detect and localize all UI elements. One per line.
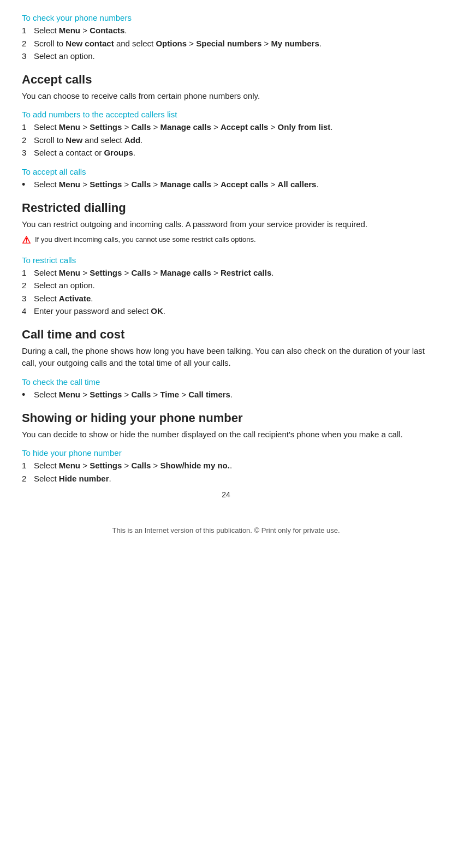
restricted-dialling-heading: Restricted dialling: [22, 201, 430, 215]
check-call-time-bullet: •Select Menu > Settings > Calls > Time >…: [22, 389, 430, 401]
restrict-step-1: 1Select Menu > Settings > Calls > Manage…: [22, 267, 430, 280]
check-phone-numbers-section: To check your phone numbers 1Select Menu…: [22, 13, 430, 63]
add-numbers-heading: To add numbers to the accepted callers l…: [22, 110, 430, 119]
restrict-step-4: 4Enter your password and select OK.: [22, 305, 430, 318]
hide-number-heading: To hide your phone number: [22, 448, 430, 457]
restrict-calls-steps: 1Select Menu > Settings > Calls > Manage…: [22, 267, 430, 318]
restrict-step-3: 3Select Activate.: [22, 293, 430, 305]
add-numbers-steps: 1Select Menu > Settings > Calls > Manage…: [22, 121, 430, 159]
hide-step-1: 1Select Menu > Settings > Calls > Show/h…: [22, 460, 430, 472]
accept-calls-intro: You can choose to receive calls from cer…: [22, 90, 430, 103]
warning-icon: ⚠: [22, 234, 35, 247]
accept-calls-heading: Accept calls: [22, 73, 430, 87]
call-time-cost-heading: Call time and cost: [22, 328, 430, 342]
call-time-cost-section: Call time and cost During a call, the ph…: [22, 328, 430, 401]
restricted-dialling-intro: You can restrict outgoing and incoming c…: [22, 218, 430, 231]
showing-hiding-intro: You can decide to show or hide the numbe…: [22, 429, 430, 441]
page-number: 24: [22, 490, 430, 499]
step-1: 1Select Menu > Contacts.: [22, 25, 430, 37]
hide-number-steps: 1Select Menu > Settings > Calls > Show/h…: [22, 460, 430, 485]
step-2: 2Scroll to New contact and select Option…: [22, 38, 430, 50]
restricted-dialling-section: Restricted dialling You can restrict out…: [22, 201, 430, 318]
footer-copyright: This is an Internet version of this publ…: [22, 521, 430, 534]
hide-step-2: 2Select Hide number.: [22, 473, 430, 485]
call-time-cost-intro: During a call, the phone shows how long …: [22, 345, 430, 370]
accept-calls-section: Accept calls You can choose to receive c…: [22, 73, 430, 191]
showing-hiding-heading: Showing or hiding your phone number: [22, 411, 430, 425]
check-call-time-steps: •Select Menu > Settings > Calls > Time >…: [22, 389, 430, 401]
warning-box: ⚠ If you divert incoming calls, you cann…: [22, 235, 430, 247]
accept-all-steps: •Select Menu > Settings > Calls > Manage…: [22, 179, 430, 191]
accept-all-heading: To accept all calls: [22, 167, 430, 176]
add-step-1: 1Select Menu > Settings > Calls > Manage…: [22, 121, 430, 134]
showing-hiding-section: Showing or hiding your phone number You …: [22, 411, 430, 485]
check-call-time-heading: To check the call time: [22, 377, 430, 387]
restrict-calls-heading: To restrict calls: [22, 255, 430, 265]
accept-all-bullet: •Select Menu > Settings > Calls > Manage…: [22, 179, 430, 191]
warning-text: If you divert incoming calls, you cannot…: [35, 235, 256, 245]
restrict-step-2: 2Select an option.: [22, 280, 430, 292]
add-step-3: 3Select a contact or Groups.: [22, 147, 430, 159]
add-step-2: 2Scroll to New and select Add.: [22, 134, 430, 147]
check-phone-numbers-heading: To check your phone numbers: [22, 13, 430, 22]
check-phone-numbers-steps: 1Select Menu > Contacts. 2Scroll to New …: [22, 25, 430, 63]
step-3: 3Select an option.: [22, 50, 430, 63]
